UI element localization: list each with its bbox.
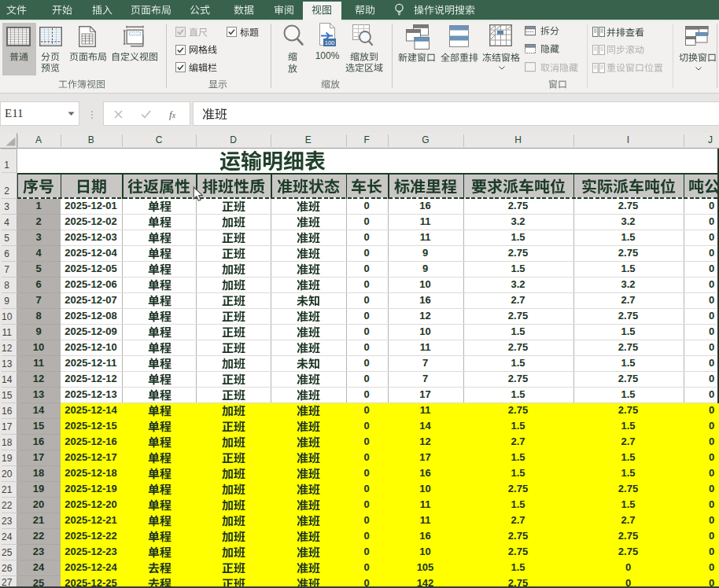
svg-text:100: 100: [325, 39, 335, 46]
